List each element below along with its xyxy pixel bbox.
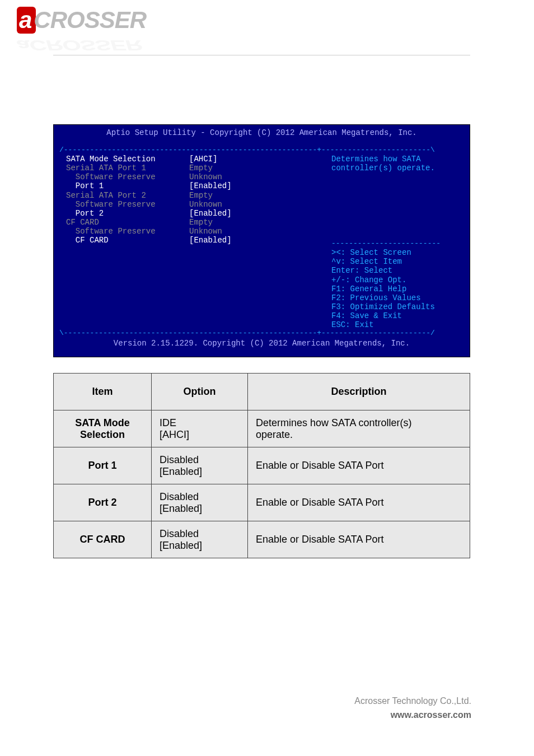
bios-setting-row: Serial ATA Port 1Empty (66, 164, 328, 172)
cell-item: Port 2 (54, 484, 152, 521)
table-header-row: Item Option Description (54, 374, 470, 410)
cell-option: Disabled[Enabled] (152, 521, 248, 558)
cell-description: Enable or Disable SATA Port (248, 484, 470, 521)
bios-key-hint: F4: Save & Exit (331, 311, 464, 320)
bios-border-bottom: \---------------------------------------… (59, 329, 464, 338)
bios-settings-pane: SATA Mode Selection[AHCI]Serial ATA Port… (59, 155, 328, 329)
th-option: Option (152, 374, 248, 410)
th-item: Item (54, 374, 152, 410)
options-table: Item Option Description SATA ModeSelecti… (53, 373, 470, 558)
bios-key-hint: Enter: Select (331, 266, 464, 275)
bios-key-hint: ESC: Exit (331, 320, 464, 329)
bios-setting-row: Software PreserveUnknown (66, 200, 328, 209)
bios-help-line: controller(s) operate. (331, 164, 464, 172)
bios-key-hint: ^v: Select Item (331, 257, 464, 266)
cell-description: Determines how SATA controller(s)operate… (248, 410, 470, 447)
bios-help-pane: Determines how SATAcontroller(s) operate… (328, 155, 464, 329)
cell-item: SATA ModeSelection (54, 410, 152, 447)
page-top-rule (53, 55, 470, 55)
cell-item: CF CARD (54, 521, 152, 558)
table-row: CF CARDDisabled[Enabled]Enable or Disabl… (54, 521, 470, 558)
bios-key-hint: F1: General Help (331, 284, 464, 293)
bios-setting-row[interactable]: Port 2[Enabled] (66, 209, 328, 218)
bios-setting-row: Serial ATA Port 2Empty (66, 191, 328, 200)
bios-key-hint: ><: Select Screen (331, 248, 464, 257)
th-description: Description (248, 374, 470, 410)
bios-title: Aptio Setup Utility - Copyright (C) 2012… (59, 128, 464, 137)
bios-setting-row: Software PreserveUnknown (66, 227, 328, 236)
footer-site: www.acrosser.com (354, 708, 471, 722)
bios-key-hint: F3: Optimized Defaults (331, 302, 464, 311)
cell-option: IDE[AHCI] (152, 410, 248, 447)
brand-logo: aCROSSER (17, 7, 146, 34)
bios-key-hint: F2: Previous Values (331, 293, 464, 302)
brand-logo-reflection: aCROSSER (17, 37, 142, 53)
bios-footer: Version 2.15.1229. Copyright (C) 2012 Am… (54, 338, 470, 351)
table-row: Port 1Disabled[Enabled]Enable or Disable… (54, 447, 470, 484)
bios-key-hint: +/-: Change Opt. (331, 276, 464, 284)
bios-help-divider: ------------------------- (331, 240, 464, 248)
bios-setting-row[interactable]: Port 1[Enabled] (66, 181, 328, 190)
cell-option: Disabled[Enabled] (152, 447, 248, 484)
cell-description: Enable or Disable SATA Port (248, 521, 470, 558)
bios-setting-row: CF CARDEmpty (66, 218, 328, 227)
bios-header: Aptio Setup Utility - Copyright (C) 2012… (54, 125, 470, 146)
footer-company: Acrosser Technology Co.,Ltd. (354, 694, 471, 708)
cell-item: Port 1 (54, 447, 152, 484)
table-row: Port 2Disabled[Enabled]Enable or Disable… (54, 484, 470, 521)
bios-setting-row[interactable]: CF CARD[Enabled] (66, 236, 328, 245)
table-row: SATA ModeSelectionIDE[AHCI]Determines ho… (54, 410, 470, 447)
cell-description: Enable or Disable SATA Port (248, 447, 470, 484)
bios-help-line: Determines how SATA (331, 155, 464, 164)
page-footer: Acrosser Technology Co.,Ltd. www.acrosse… (354, 694, 471, 722)
bios-screenshot: Aptio Setup Utility - Copyright (C) 2012… (53, 124, 470, 357)
bios-setting-row: Software PreserveUnknown (66, 172, 328, 181)
cell-option: Disabled[Enabled] (152, 484, 248, 521)
bios-border-top: /---------------------------------------… (59, 146, 464, 155)
logo-rest: CROSSER (34, 7, 146, 33)
bios-setting-row[interactable]: SATA Mode Selection[AHCI] (66, 155, 328, 164)
